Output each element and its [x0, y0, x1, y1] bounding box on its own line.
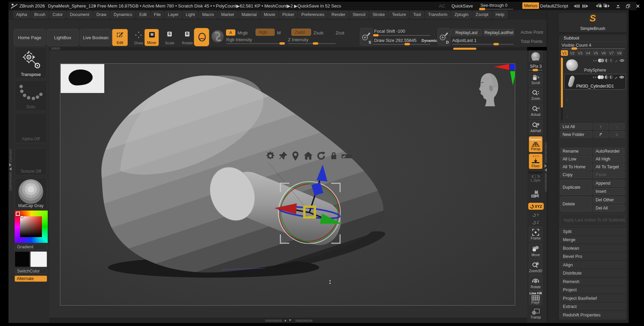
prev-doc-icon[interactable] — [594, 4, 602, 8]
menubar-item[interactable]: Tool — [410, 11, 424, 18]
subtool-action-project-basrelief[interactable]: Project BasRelief — [559, 295, 626, 302]
apply-last-action-button[interactable]: Apply Last Action To All Subtools — [560, 214, 625, 226]
uv-moon-icon[interactable] — [605, 75, 609, 79]
all-to-home-button[interactable]: All To Home — [560, 164, 592, 170]
vtab-v8[interactable]: V8 — [616, 50, 623, 56]
gradient-toggle[interactable]: Gradient — [15, 244, 47, 250]
menubar-item[interactable]: Macro — [199, 11, 217, 18]
vtab-v4[interactable]: V4 — [584, 50, 592, 56]
subtool-item-cylinder[interactable]: PM3D_Cylinder3D1 — [564, 74, 626, 90]
subtool-scrollbar-thumb[interactable] — [561, 58, 563, 108]
append-button[interactable]: Append — [593, 180, 625, 187]
zoom3d-button[interactable]: Zoom3D — [529, 259, 542, 275]
bpr-render-button[interactable]: BPR — [529, 50, 542, 62]
subtool-item-icons[interactable] — [593, 75, 624, 79]
persp-button[interactable]: Dynamic Persp — [529, 136, 542, 152]
menubar-item[interactable]: Stroke — [369, 11, 388, 18]
subtool-action-align[interactable]: Align — [559, 261, 626, 268]
rename-button[interactable]: Rename — [560, 148, 592, 155]
matcap-item[interactable]: MatCap Gray — [15, 178, 47, 209]
main-color-swatch[interactable] — [15, 251, 30, 267]
alternate-button[interactable]: Alternate — [15, 276, 47, 282]
vtab-v5[interactable]: V5 — [592, 50, 599, 56]
menubar-item[interactable]: Render — [328, 11, 349, 18]
transpose-item[interactable]: Transpose — [15, 47, 47, 79]
polypaint-dot2-icon[interactable] — [600, 75, 604, 79]
move-into-folder-button[interactable]: ↳ — [609, 131, 625, 138]
visible-count-handle[interactable] — [571, 47, 577, 50]
list-all-button[interactable]: List All — [560, 123, 592, 130]
spix-slider[interactable] — [529, 70, 542, 71]
location-icon[interactable] — [290, 151, 301, 161]
vtab-v3[interactable]: V3 — [577, 50, 584, 56]
subtool-action-split[interactable]: Split — [559, 228, 626, 235]
replay-last-rel-button[interactable]: ReplayLastRel — [484, 29, 514, 36]
rotate-z-button[interactable]: Z — [529, 219, 542, 226]
close-button[interactable] — [636, 4, 640, 8]
subtool-drag-icon[interactable] — [593, 59, 597, 62]
current-material-sphere[interactable] — [212, 30, 224, 43]
paint-brush-icon[interactable] — [614, 76, 618, 79]
subtool-item-icons[interactable] — [593, 59, 625, 62]
gizmo-toolbar[interactable] — [265, 151, 353, 161]
lsym-button[interactable]: L.Sym — [529, 174, 542, 183]
frame-button[interactable]: Frame — [529, 227, 542, 242]
color-picker[interactable] — [15, 211, 48, 243]
paint-brush-icon[interactable] — [615, 59, 618, 62]
subtool-action-project[interactable]: Project — [559, 286, 626, 293]
new-folder-button[interactable]: New Folder — [560, 131, 592, 138]
camera-lock-button[interactable] — [529, 188, 542, 201]
pin-icon[interactable] — [278, 151, 288, 161]
document-viewport[interactable]: ↕ — [60, 63, 515, 306]
visibility-eye-icon[interactable] — [619, 75, 624, 79]
duplicate-button[interactable]: Duplicate — [560, 180, 592, 195]
stroke-picker-button[interactable]: S — [360, 28, 373, 46]
rgb-intensity-handle[interactable] — [279, 42, 285, 45]
current-brush-button[interactable] — [194, 28, 209, 46]
subtool-header[interactable]: Subtool — [558, 34, 627, 42]
a-toggle-button[interactable]: A — [226, 29, 235, 36]
focal-shift-handle[interactable] — [373, 34, 379, 36]
menubar-item[interactable]: Document — [67, 11, 92, 18]
menubar-item[interactable]: Brush — [31, 11, 48, 18]
menubar-item[interactable]: Picker — [279, 11, 297, 18]
adjust-last-handle[interactable] — [493, 43, 499, 45]
copy-button[interactable]: Copy — [560, 171, 592, 178]
all-low-button[interactable]: All Low — [560, 156, 592, 162]
dynamic-mode-label[interactable]: Dynamic — [421, 38, 437, 43]
rgb-toggle[interactable]: Rgb — [256, 29, 275, 36]
visibility-eye-icon[interactable] — [619, 59, 625, 62]
uv-moon-dim-icon[interactable] — [610, 59, 614, 62]
alpha-off-item[interactable]: Alpha Off — [15, 113, 47, 143]
uv-moon-icon[interactable] — [605, 59, 609, 62]
subtool-action-merge[interactable]: Merge — [559, 236, 626, 243]
tray-expand-icon[interactable]: ▲ — [284, 319, 287, 322]
edit-mode-button[interactable]: Edit — [112, 29, 128, 46]
dock-scroll-arrow-right[interactable] — [9, 163, 12, 167]
shelf-scroll-arrow-right[interactable] — [545, 164, 547, 168]
bottom-tray-divider[interactable]: ▲ ▼ — [49, 318, 527, 323]
zcut-toggle[interactable]: Zcut — [336, 30, 344, 35]
all-to-target-button[interactable]: All To Target — [593, 164, 625, 170]
secondary-color-swatch[interactable] — [30, 251, 47, 267]
menubar-item[interactable]: Zscript — [473, 11, 492, 18]
see-through-handle[interactable] — [479, 8, 485, 10]
all-high-button[interactable]: All High — [593, 156, 625, 162]
dock-scroll-arrow-left[interactable] — [9, 167, 12, 171]
switch-color-button[interactable]: SwitchColor — [15, 268, 47, 274]
spix-handle[interactable] — [533, 69, 538, 71]
zadd-toggle[interactable]: Zadd — [291, 29, 311, 36]
rotate-camera-button[interactable]: Rotate — [529, 275, 542, 291]
replay-stroke-button[interactable]: D — [438, 28, 450, 46]
current-tool-box[interactable]: S SimpleBrush — [558, 12, 627, 33]
home-icon[interactable] — [303, 151, 313, 161]
menubar-item[interactable]: Preferences — [298, 11, 327, 18]
next-page-icon[interactable] — [581, 4, 591, 8]
del-other-button[interactable]: Del Other — [593, 197, 625, 203]
subtool-action-redshift-properties[interactable]: Redshift Properties — [559, 311, 626, 319]
subtool-scrollbar-track[interactable] — [561, 58, 563, 121]
focal-shift-slider[interactable] — [373, 35, 430, 36]
polypaint-dot2-icon[interactable] — [600, 59, 604, 62]
move-mode-button[interactable]: M Move — [144, 29, 159, 46]
move-out-folder-button[interactable]: ↱ — [593, 131, 608, 138]
